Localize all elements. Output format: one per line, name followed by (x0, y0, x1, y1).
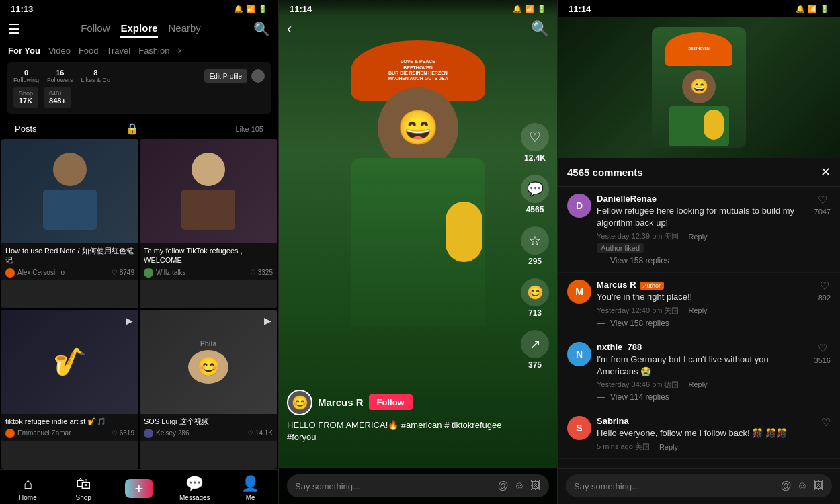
emoji-button[interactable]: 😊 713 (521, 278, 549, 318)
video-card-3[interactable]: ▶ 🎷 tiktok refugee indie artist 🎷🎵 Emman… (1, 310, 138, 469)
cat-food[interactable]: Food (79, 46, 99, 56)
favorite-button[interactable]: ☆ 295 (521, 226, 549, 266)
right-status-bar: 11:14 🔔 📶 🔋 (558, 0, 840, 17)
favorites-count: 295 (528, 257, 542, 266)
right-image-input-icon[interactable]: 🖼 (813, 480, 824, 492)
view-replies-3[interactable]: View 114 replies (597, 392, 809, 402)
tab-nearby[interactable]: Nearby (169, 19, 201, 38)
comment-meta-3: Yesterday 04:46 pm 德国 (597, 380, 679, 390)
comments-count: 4565 (526, 205, 544, 214)
nav-me[interactable]: 👤 Me (230, 475, 271, 501)
shop-stat: Shop 17K (13, 87, 38, 108)
video-author-1: Alex Cersosimo (5, 268, 65, 278)
view-replies-1[interactable]: View 158 replies (597, 256, 809, 265)
tab-follow[interactable]: Follow (81, 19, 110, 38)
heart-icon-1: ♡ (112, 269, 118, 276)
user-row: 😊 Marcus R Follow (287, 390, 517, 415)
image-input-icon[interactable]: 🖼 (530, 480, 541, 492)
comment-item-2: M Marcus R Author You're in the right pl… (558, 273, 840, 335)
video-meta-2: Willz.talks ♡ 3325 (144, 268, 273, 278)
nav-tabs: Follow Explore Nearby (28, 19, 253, 38)
video-author-2: Willz.talks (144, 268, 185, 278)
profile-extra-stats: Shop 17K 848+ 848+ (13, 87, 265, 108)
comment-avatar-1: D (567, 194, 591, 218)
video-meta-3: Emmanuel Zamar ♡ 6619 (5, 429, 134, 438)
reply-link-4[interactable]: Reply (659, 443, 678, 451)
emoji-input-icon[interactable]: ☺ (514, 480, 525, 492)
like-icon-4[interactable]: ♡ (821, 416, 831, 429)
mid-notification-icon: 🔔 (513, 5, 522, 13)
video-card-2[interactable]: To my fellow TikTok refugees , WELCOME W… (140, 139, 277, 308)
nav-create[interactable]: + (119, 479, 159, 498)
edit-profile-button[interactable]: Edit Profile (204, 69, 247, 83)
reply-link-2[interactable]: Reply (689, 306, 708, 314)
author-avatar-2 (144, 268, 153, 278)
mid-battery-icon: 🔋 (537, 5, 546, 13)
reply-link-1[interactable]: Reply (689, 233, 708, 241)
video-info-1: How to use Red Note / 如何使用红色笔记 Alex Cers… (1, 243, 138, 280)
video-card-4[interactable]: ▶ Phila 😊 SOS Luigi 这个视频 Kelsey 286 (140, 310, 277, 469)
likes-stat: 8 Likes & Co (81, 69, 111, 83)
back-icon[interactable]: ‹ (287, 20, 292, 38)
right-comment-placeholder[interactable]: Say something... (574, 481, 775, 491)
cat-travel[interactable]: Travel (107, 46, 131, 56)
video-card-1[interactable]: How to use Red Note / 如何使用红色笔记 Alex Cers… (1, 139, 138, 308)
category-more-icon[interactable]: › (177, 44, 181, 56)
author-liked-badge-1: Author liked (597, 243, 644, 253)
cat-fashion[interactable]: Fashion (138, 46, 169, 56)
video-meta-4: Kelsey 286 ♡ 14.1K (144, 429, 273, 438)
like-icon-2[interactable]: ♡ (820, 280, 829, 292)
like-button[interactable]: ♡ 12.4K (521, 123, 549, 163)
cat-for-you[interactable]: For You (8, 46, 40, 56)
play-icon-3: ▶ (126, 315, 133, 326)
comment-item-1: D DanielleRenae Fellow refugee here look… (558, 187, 840, 273)
user-avatar-mid: 😊 (287, 390, 312, 415)
share-button[interactable]: ↗ 375 (521, 330, 549, 370)
search-icon-mid[interactable]: 🔍 (531, 20, 549, 38)
mid-wifi-icon: 📶 (525, 5, 534, 13)
comment-button[interactable]: 💬 4565 (521, 175, 549, 214)
nav-messages[interactable]: 💬 Messages (175, 475, 215, 501)
wifi-icon: 📶 (246, 5, 255, 13)
comment-content-1: DanielleRenae Fellow refugee here lookin… (597, 194, 809, 265)
comment-input-row: Say something... @ ☺ 🖼 (287, 474, 549, 497)
reply-link-3[interactable]: Reply (689, 380, 708, 388)
left-status-icons: 🔔 📶 🔋 (234, 5, 267, 13)
video-title-4: SOS Luigi 这个视频 (144, 417, 273, 426)
right-comment-bar: Say something... @ ☺ 🖼 (558, 468, 840, 504)
emoji-count: 713 (528, 308, 542, 318)
like-icon-1[interactable]: ♡ (818, 194, 827, 206)
create-button[interactable]: + (125, 479, 153, 498)
bottom-user-info: 😊 Marcus R Follow HELLO FROM AMERICA!🔥 #… (287, 390, 517, 444)
category-bar: For You Video Food Travel Fashion › (0, 42, 278, 62)
menu-icon[interactable]: ☰ (8, 21, 20, 37)
tab-explore[interactable]: Explore (120, 19, 157, 38)
video-author-4: Kelsey 286 (144, 429, 189, 438)
heart-icon-2: ♡ (250, 269, 256, 276)
follow-button-mid[interactable]: Follow (369, 394, 413, 410)
nav-home[interactable]: ⌂ Home (7, 475, 48, 501)
comment-like-4: ♡ (821, 416, 831, 452)
close-icon[interactable]: ✕ (821, 165, 831, 179)
play-icon-4: ▶ (264, 315, 271, 326)
right-panel: 11:14 🔔 📶 🔋 BEETHOVEN 😄 4565 comments ✕ … (558, 0, 840, 504)
comment-username-1: DanielleRenae (597, 194, 809, 204)
search-icon[interactable]: 🔍 (253, 21, 270, 37)
view-replies-2[interactable]: View 158 replies (597, 319, 813, 328)
video-thumb-1 (1, 139, 138, 243)
right-status-icons: 🔔 📶 🔋 (796, 5, 829, 13)
cat-video[interactable]: Video (48, 46, 71, 56)
at-icon[interactable]: @ (497, 480, 508, 492)
middle-status-icons: 🔔 📶 🔋 (513, 5, 546, 13)
comment-meta-1: Yesterday 12:39 pm 美国 (597, 231, 679, 241)
star-icon-action: ☆ (521, 226, 549, 255)
author-avatar-1 (5, 268, 15, 278)
middle-top-bar: ‹ 🔍 (279, 17, 557, 40)
right-at-icon[interactable]: @ (780, 480, 791, 492)
video-likes-1: ♡ 8749 (112, 269, 134, 276)
comment-text-4: Hello everyone, follow me I follow back!… (597, 427, 816, 439)
right-emoji-input-icon[interactable]: ☺ (797, 480, 808, 492)
like-icon-3[interactable]: ♡ (818, 342, 827, 355)
comment-placeholder[interactable]: Say something... (295, 481, 492, 491)
nav-shop[interactable]: 🛍 Shop (63, 475, 103, 501)
